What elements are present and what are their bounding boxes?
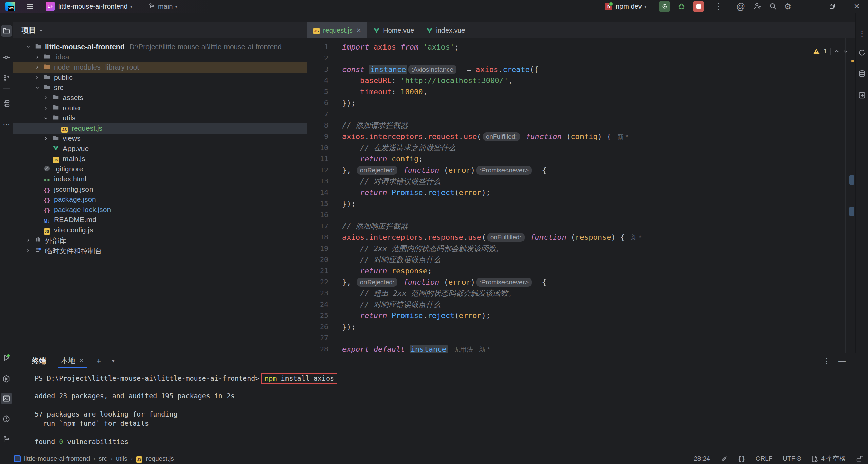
code-token: // 对响应数据做点什么 (360, 255, 441, 264)
close-button[interactable]: ✕ (854, 0, 860, 13)
tree-item-label: .gitignore (54, 165, 83, 173)
indent-config[interactable]: 4 个空格 (811, 454, 846, 463)
tree-item-vite.config.js[interactable]: JSvite.config.js (13, 225, 307, 235)
tree-item-src[interactable]: src (13, 83, 307, 93)
tree-item-request.js[interactable]: JSrequest.js (13, 123, 307, 134)
new-terminal-button[interactable]: ＋ (95, 353, 102, 368)
terminal-more-button[interactable]: ⋮ (823, 353, 831, 368)
breadcrumb-item[interactable]: src (99, 455, 107, 462)
tree-item-little-mouse-ai-frontend[interactable]: little-mouse-ai-frontendD:\Project\littl… (13, 42, 307, 52)
chevron-right-icon[interactable] (43, 95, 48, 100)
vcs-toolwindow-button[interactable] (1, 73, 12, 84)
code-line: // 添加请求拦截器 (342, 120, 408, 131)
debug-button[interactable] (677, 1, 686, 12)
breadcrumb-file[interactable]: request.js (146, 455, 174, 462)
breadcrumb-item[interactable]: utils (116, 455, 127, 462)
structure-toolwindow-button[interactable] (1, 98, 12, 109)
database-toolwindow-button[interactable] (856, 68, 868, 79)
chevron-up-icon[interactable] (834, 49, 840, 54)
project-view-selector[interactable]: 项目 (22, 22, 43, 38)
terminal-tab-local[interactable]: 本地 ✕ (58, 353, 87, 368)
tree-item-public[interactable]: public (13, 73, 307, 83)
terminal-options-chevron[interactable]: ▾ (112, 353, 115, 368)
chevron-down-icon[interactable] (26, 44, 31, 50)
problems-toolwindow-button[interactable] (1, 413, 12, 425)
chevron-right-icon[interactable] (43, 136, 48, 141)
code-style-widget[interactable]: {} (738, 455, 746, 463)
chevron-right-icon[interactable] (26, 248, 31, 253)
inspections-widget[interactable]: 1 (813, 46, 848, 56)
chevron-down-icon[interactable] (43, 116, 48, 121)
more-toolwindows-button[interactable]: ⋯ (1, 119, 12, 130)
encoding[interactable]: UTF-8 (783, 455, 801, 462)
chevron-down-icon[interactable] (843, 49, 848, 54)
line-separator[interactable]: CRLF (756, 455, 773, 462)
tree-item-外部库[interactable]: 外部库 (13, 235, 307, 246)
editor-tab-request.js[interactable]: JSrequest.js✕ (307, 22, 367, 38)
sync-toolwindow-button[interactable] (856, 47, 868, 58)
tree-item-main.js[interactable]: JSmain.js (13, 154, 307, 164)
code-token: return (360, 267, 387, 275)
code-with-me-button[interactable] (753, 0, 762, 13)
editor-tab-index.vue[interactable]: index.vue (420, 22, 471, 38)
tree-item-.gitignore[interactable]: .gitignore (13, 164, 307, 174)
search-everywhere-button[interactable] (769, 0, 777, 13)
chevron-right-icon[interactable] (35, 75, 40, 80)
restore-button[interactable] (829, 0, 835, 13)
caret-position[interactable]: 28:24 (694, 455, 710, 462)
run-toolwindow-button[interactable] (1, 352, 12, 364)
tree-item-README.md[interactable]: M↓README.md (13, 215, 307, 225)
editor-tab-Home.vue[interactable]: Home.vue (367, 22, 420, 38)
tree-item-utils[interactable]: utils (13, 113, 307, 123)
tree-item-App.vue[interactable]: App.vue (13, 144, 307, 154)
ai-assistant-button[interactable]: @ (736, 0, 745, 13)
settings-button[interactable]: ⚙ (784, 0, 791, 13)
tree-item-node_modules[interactable]: node_moduleslibrary root (13, 62, 307, 73)
chevron-right-icon[interactable] (35, 65, 40, 70)
tree-item-views[interactable]: views (13, 134, 307, 144)
code-vision-hint[interactable]: 无用法 (454, 346, 473, 353)
tree-item-index.html[interactable]: <>index.html (13, 174, 307, 185)
git-toolwindow-button[interactable] (1, 433, 12, 445)
tree-item-package.json[interactable]: {}package.json (13, 195, 307, 205)
close-icon[interactable]: ✕ (357, 27, 361, 34)
code-viewport[interactable]: import axios from 'axios';const instance… (342, 41, 856, 353)
tree-item-router[interactable]: router (13, 103, 307, 113)
project-widget[interactable]: little-mouse-ai-frontend ▾ (58, 0, 133, 13)
chevron-down-icon[interactable] (35, 85, 40, 90)
terminal-toolwindow-button[interactable] (1, 393, 12, 404)
code-token (342, 311, 360, 320)
readonly-toggle[interactable] (856, 455, 863, 462)
services-toolwindow-button[interactable] (1, 373, 12, 385)
tree-item-assets[interactable]: assets (13, 93, 307, 103)
vcs-branch-widget[interactable]: main ▾ (148, 0, 177, 13)
tree-item-package-lock.json[interactable]: {}package-lock.json (13, 205, 307, 215)
file-suffix: library root (105, 63, 139, 71)
project-toolwindow-button[interactable] (1, 25, 12, 37)
close-icon[interactable]: ✕ (79, 357, 84, 364)
code-vision-hint[interactable]: 新 * (617, 133, 628, 140)
chevron-right-icon[interactable] (35, 55, 40, 60)
more-actions-button[interactable]: ⋮ (715, 0, 723, 13)
minimize-button[interactable]: — (806, 0, 816, 13)
tree-item-临时文件和控制台[interactable]: 临时文件和控制台 (13, 246, 307, 256)
hide-terminal-button[interactable]: — (838, 353, 846, 368)
code-line: }); (342, 198, 356, 209)
main-menu-button[interactable] (26, 0, 34, 13)
highlighting-level[interactable] (720, 455, 728, 462)
stop-button[interactable] (693, 1, 704, 12)
run-config-widget[interactable]: n npm dev ▾ (605, 0, 647, 13)
tree-item-.idea[interactable]: .idea (13, 52, 307, 62)
rerun-button[interactable] (659, 1, 670, 12)
terminal-output[interactable]: PS D:\Project\little-mouse-ai\little-mou… (35, 373, 852, 454)
tab-options-button[interactable]: ⋮ (856, 28, 868, 39)
chevron-right-icon[interactable] (43, 105, 48, 111)
breadcrumb-item[interactable]: little-mouse-ai-frontend (24, 455, 90, 462)
tree-item-jsconfig.json[interactable]: {}jsconfig.json (13, 185, 307, 195)
code-vision-hint[interactable]: 新 * (479, 346, 490, 353)
chevron-down-icon: ▾ (130, 4, 133, 9)
chevron-right-icon[interactable] (26, 238, 31, 243)
dependencies-toolwindow-button[interactable] (856, 90, 868, 101)
commit-toolwindow-button[interactable] (1, 52, 12, 63)
code-vision-hint[interactable]: 新 * (631, 234, 642, 241)
